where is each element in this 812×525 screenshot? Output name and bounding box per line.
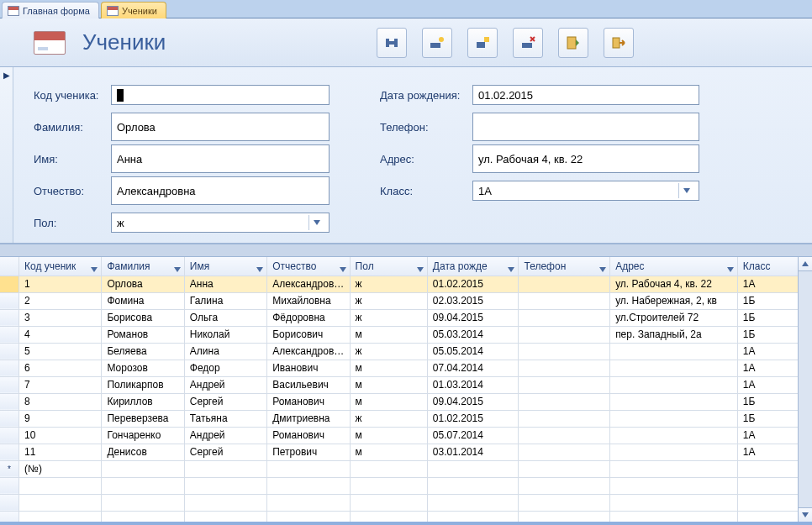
row-selector[interactable] xyxy=(0,343,19,360)
table-row[interactable]: 6МорозовФедорИвановичм07.04.20141А xyxy=(0,360,812,376)
row-selector[interactable] xyxy=(0,360,19,376)
row-selector[interactable] xyxy=(0,276,19,292)
cell-surname[interactable]: Орлова xyxy=(102,276,184,292)
cell-name[interactable]: Андрей xyxy=(184,376,266,393)
cell-gender[interactable]: м xyxy=(350,393,427,410)
cell-surname[interactable]: Морозов xyxy=(102,360,184,376)
cell-gender[interactable]: м xyxy=(350,444,427,460)
close-form-button[interactable] xyxy=(604,28,634,58)
tab-main-form[interactable]: Главная форма xyxy=(2,2,99,18)
cell-birth[interactable]: 02.03.2015 xyxy=(427,292,519,309)
cell-id[interactable]: 5 xyxy=(19,343,102,360)
table-row[interactable]: 8КирилловСергейРомановичм09.04.20151Б xyxy=(0,393,812,410)
cell-gender[interactable]: м xyxy=(350,360,427,376)
cell-id[interactable]: 3 xyxy=(19,309,102,326)
cell-name[interactable]: Николай xyxy=(184,326,266,343)
col-name[interactable]: Имя xyxy=(184,257,266,276)
select-all-cell[interactable] xyxy=(0,257,19,276)
cell-patronym[interactable]: Романович xyxy=(267,427,350,444)
cell-address[interactable]: ул.Строителей 72 xyxy=(610,309,738,326)
cell-birth[interactable]: 05.05.2014 xyxy=(427,343,519,360)
field-phone[interactable] xyxy=(472,113,699,141)
row-selector[interactable] xyxy=(0,427,19,444)
cell-gender[interactable]: ж xyxy=(350,309,427,326)
cell-id[interactable]: 1 xyxy=(19,276,102,292)
new-row-indicator[interactable]: * xyxy=(0,460,19,477)
cell-phone[interactable] xyxy=(519,376,610,393)
cell-birth[interactable]: 01.02.2015 xyxy=(427,410,519,427)
row-selector[interactable] xyxy=(0,309,19,326)
cell-gender[interactable]: м xyxy=(350,376,427,393)
cell-patronym[interactable]: Александровна xyxy=(267,276,350,292)
cell-surname[interactable]: Денисов xyxy=(102,444,184,460)
cell-id[interactable]: 7 xyxy=(19,376,102,393)
cell-patronym[interactable]: Александровна xyxy=(267,343,350,360)
table-row[interactable]: 1ОрловаАннаАлександровнаж01.02.2015ул. Р… xyxy=(0,276,812,292)
col-gender[interactable]: Пол xyxy=(350,257,427,276)
cell-address[interactable]: ул. Набережная, 2, кв xyxy=(610,292,738,309)
refresh-button[interactable] xyxy=(558,28,588,58)
cell-id[interactable]: 2 xyxy=(19,292,102,309)
cell-name[interactable]: Сергей xyxy=(184,444,266,460)
cell-address[interactable] xyxy=(610,444,738,460)
cell-phone[interactable] xyxy=(519,444,610,460)
cell-phone[interactable] xyxy=(519,410,610,427)
cell-surname[interactable]: Кириллов xyxy=(102,393,184,410)
table-row[interactable]: 5БеляеваАлинаАлександровнаж05.05.20141А xyxy=(0,343,812,360)
field-name[interactable]: Анна xyxy=(111,144,330,173)
find-button[interactable] xyxy=(377,28,407,58)
cell-birth[interactable]: 07.04.2014 xyxy=(427,360,519,376)
cell-patronym[interactable]: Дмитриевна xyxy=(267,410,350,427)
cell-id[interactable]: 4 xyxy=(19,326,102,343)
cell-gender[interactable]: м xyxy=(350,427,427,444)
field-surname[interactable]: Орлова xyxy=(111,113,330,141)
cell-phone[interactable] xyxy=(519,292,610,309)
delete-record-button[interactable] xyxy=(513,28,543,58)
cell-id[interactable]: 8 xyxy=(19,393,102,410)
tab-students[interactable]: Ученики xyxy=(101,2,166,18)
save-record-button[interactable] xyxy=(467,28,498,58)
cell-gender[interactable]: м xyxy=(350,326,427,343)
cell-address[interactable] xyxy=(610,427,738,444)
cell-patronym[interactable]: Романович xyxy=(267,393,350,410)
record-selector[interactable]: ▶ xyxy=(0,67,13,243)
cell-address[interactable] xyxy=(610,393,738,410)
cell-birth[interactable]: 01.02.2015 xyxy=(427,276,519,292)
cell-phone[interactable] xyxy=(519,276,610,292)
cell-gender[interactable]: ж xyxy=(350,276,427,292)
cell-phone[interactable] xyxy=(519,343,610,360)
cell-address[interactable]: ул. Рабочая 4, кв. 22 xyxy=(610,276,738,292)
scroll-down-button[interactable] xyxy=(799,507,812,522)
cell-birth[interactable]: 03.01.2014 xyxy=(427,444,519,460)
table-row[interactable]: 9ПереверзеваТатьянаДмитриевнаж01.02.2015… xyxy=(0,410,812,427)
field-id[interactable] xyxy=(111,85,330,105)
field-class[interactable]: 1А xyxy=(472,181,699,201)
cell-name[interactable]: Федор xyxy=(184,360,266,376)
table-row[interactable]: 4РомановНиколайБорисовичм05.03.2014пер. … xyxy=(0,326,812,343)
cell-name[interactable]: Татьяна xyxy=(184,410,266,427)
cell-address[interactable]: пер. Западный, 2а xyxy=(610,326,738,343)
cell-birth[interactable]: 09.04.2015 xyxy=(427,309,519,326)
new-record-button[interactable] xyxy=(422,28,452,58)
cell-name[interactable]: Алина xyxy=(184,343,266,360)
cell-patronym[interactable]: Васильевич xyxy=(267,376,350,393)
cell-name[interactable]: Ольга xyxy=(184,309,266,326)
row-selector[interactable] xyxy=(0,444,19,460)
table-row[interactable]: 7ПоликарповАндрейВасильевичм01.03.20141А xyxy=(0,376,812,393)
cell-address[interactable] xyxy=(610,343,738,360)
row-selector[interactable] xyxy=(0,292,19,309)
cell-name[interactable]: Галина xyxy=(184,292,266,309)
cell-birth[interactable]: 05.03.2014 xyxy=(427,326,519,343)
cell-patronym[interactable]: Михайловна xyxy=(267,292,350,309)
table-row[interactable]: 10ГончаренкоАндрейРомановичм05.07.20141А xyxy=(0,427,812,444)
cell-id[interactable]: 9 xyxy=(19,410,102,427)
table-row[interactable]: 11ДенисовСергейПетровичм03.01.20141А xyxy=(0,444,812,460)
col-patronym[interactable]: Отчество xyxy=(267,257,350,276)
cell-patronym[interactable]: Борисович xyxy=(267,326,350,343)
form-datasheet-splitter[interactable] xyxy=(0,244,812,257)
cell-gender[interactable]: ж xyxy=(350,292,427,309)
row-selector[interactable] xyxy=(0,376,19,393)
cell-gender[interactable]: ж xyxy=(350,343,427,360)
row-selector[interactable] xyxy=(0,393,19,410)
cell-birth[interactable]: 09.04.2015 xyxy=(427,393,519,410)
